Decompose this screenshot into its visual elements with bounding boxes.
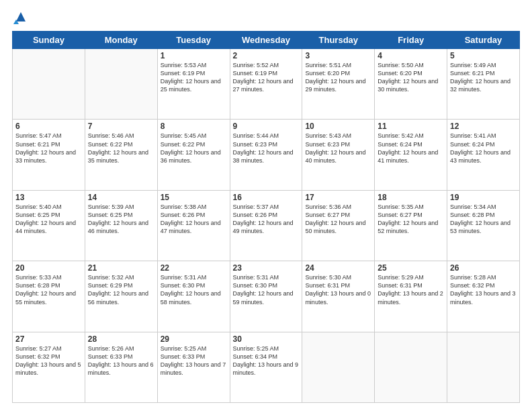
logo-icon [13, 9, 28, 24]
day-number: 2 [233, 51, 300, 60]
day-number: 5 [450, 51, 517, 60]
calendar-cell: 16Sunrise: 5:37 AM Sunset: 6:26 PM Dayli… [230, 190, 302, 261]
calendar-week-row: 6Sunrise: 5:47 AM Sunset: 6:21 PM Daylig… [13, 120, 520, 190]
day-number: 19 [450, 193, 517, 202]
day-number: 11 [378, 122, 444, 131]
calendar-cell: 7Sunrise: 5:46 AM Sunset: 6:22 PM Daylig… [85, 120, 157, 190]
day-of-week-header: Tuesday [157, 32, 230, 49]
day-of-week-header: Saturday [447, 32, 520, 49]
calendar-cell: 11Sunrise: 5:42 AM Sunset: 6:24 PM Dayli… [375, 120, 447, 190]
calendar-cell: 29Sunrise: 5:25 AM Sunset: 6:33 PM Dayli… [157, 332, 230, 402]
calendar-cell: 18Sunrise: 5:35 AM Sunset: 6:27 PM Dayli… [375, 190, 447, 261]
header [12, 12, 520, 24]
day-number: 27 [15, 334, 82, 344]
day-number: 23 [233, 263, 300, 273]
day-info: Sunrise: 5:42 AM Sunset: 6:24 PM Dayligh… [378, 132, 444, 165]
day-info: Sunrise: 5:25 AM Sunset: 6:34 PM Dayligh… [233, 345, 300, 377]
day-info: Sunrise: 5:46 AM Sunset: 6:22 PM Dayligh… [88, 132, 154, 165]
day-info: Sunrise: 5:31 AM Sunset: 6:30 PM Dayligh… [161, 273, 227, 306]
day-number: 13 [15, 193, 82, 202]
day-number: 24 [305, 263, 371, 273]
calendar-cell: 9Sunrise: 5:44 AM Sunset: 6:23 PM Daylig… [230, 120, 302, 190]
day-number: 20 [15, 263, 82, 273]
day-number: 28 [88, 334, 154, 344]
day-info: Sunrise: 5:52 AM Sunset: 6:19 PM Dayligh… [233, 61, 300, 94]
day-number: 17 [305, 193, 371, 202]
calendar-cell: 1Sunrise: 5:53 AM Sunset: 6:19 PM Daylig… [157, 49, 230, 120]
day-info: Sunrise: 5:28 AM Sunset: 6:32 PM Dayligh… [450, 273, 517, 306]
day-info: Sunrise: 5:32 AM Sunset: 6:29 PM Dayligh… [88, 273, 154, 306]
day-of-week-header: Sunday [13, 32, 85, 49]
calendar-cell: 3Sunrise: 5:51 AM Sunset: 6:20 PM Daylig… [302, 49, 375, 120]
calendar-cell: 17Sunrise: 5:36 AM Sunset: 6:27 PM Dayli… [302, 190, 375, 261]
calendar-week-row: 1Sunrise: 5:53 AM Sunset: 6:19 PM Daylig… [13, 49, 520, 120]
day-info: Sunrise: 5:29 AM Sunset: 6:31 PM Dayligh… [378, 273, 444, 306]
calendar-cell: 28Sunrise: 5:26 AM Sunset: 6:33 PM Dayli… [85, 332, 157, 402]
day-of-week-header: Monday [85, 32, 157, 49]
calendar-cell: 12Sunrise: 5:41 AM Sunset: 6:24 PM Dayli… [447, 120, 520, 190]
day-of-week-header: Friday [375, 32, 447, 49]
day-number: 12 [450, 122, 517, 131]
day-number: 8 [161, 122, 227, 131]
day-number: 3 [305, 51, 371, 60]
calendar-cell: 13Sunrise: 5:40 AM Sunset: 6:25 PM Dayli… [13, 190, 85, 261]
day-info: Sunrise: 5:35 AM Sunset: 6:27 PM Dayligh… [378, 203, 444, 236]
calendar-cell: 27Sunrise: 5:27 AM Sunset: 6:32 PM Dayli… [13, 332, 85, 402]
calendar-cell [13, 49, 85, 120]
calendar-cell: 2Sunrise: 5:52 AM Sunset: 6:19 PM Daylig… [230, 49, 302, 120]
calendar-cell: 4Sunrise: 5:50 AM Sunset: 6:20 PM Daylig… [375, 49, 447, 120]
calendar: SundayMondayTuesdayWednesdayThursdayFrid… [12, 31, 520, 403]
calendar-cell: 19Sunrise: 5:34 AM Sunset: 6:28 PM Dayli… [447, 190, 520, 261]
day-info: Sunrise: 5:37 AM Sunset: 6:26 PM Dayligh… [233, 203, 300, 236]
day-number: 14 [88, 193, 154, 202]
calendar-week-row: 27Sunrise: 5:27 AM Sunset: 6:32 PM Dayli… [13, 332, 520, 402]
day-number: 16 [233, 193, 300, 202]
day-number: 7 [88, 122, 154, 131]
calendar-cell [375, 332, 447, 402]
calendar-cell: 26Sunrise: 5:28 AM Sunset: 6:32 PM Dayli… [447, 261, 520, 332]
day-number: 21 [88, 263, 154, 273]
day-info: Sunrise: 5:38 AM Sunset: 6:26 PM Dayligh… [161, 203, 227, 236]
calendar-cell: 15Sunrise: 5:38 AM Sunset: 6:26 PM Dayli… [157, 190, 230, 261]
day-info: Sunrise: 5:41 AM Sunset: 6:24 PM Dayligh… [450, 132, 517, 165]
calendar-cell: 5Sunrise: 5:49 AM Sunset: 6:21 PM Daylig… [447, 49, 520, 120]
day-info: Sunrise: 5:40 AM Sunset: 6:25 PM Dayligh… [15, 203, 82, 236]
day-info: Sunrise: 5:27 AM Sunset: 6:32 PM Dayligh… [15, 345, 82, 377]
calendar-header-row: SundayMondayTuesdayWednesdayThursdayFrid… [13, 32, 520, 49]
calendar-cell: 10Sunrise: 5:43 AM Sunset: 6:23 PM Dayli… [302, 120, 375, 190]
calendar-cell: 6Sunrise: 5:47 AM Sunset: 6:21 PM Daylig… [13, 120, 85, 190]
calendar-cell [447, 332, 520, 402]
day-number: 22 [161, 263, 227, 273]
calendar-cell [85, 49, 157, 120]
calendar-cell: 8Sunrise: 5:45 AM Sunset: 6:22 PM Daylig… [157, 120, 230, 190]
day-info: Sunrise: 5:53 AM Sunset: 6:19 PM Dayligh… [161, 61, 227, 94]
day-number: 26 [450, 263, 517, 273]
day-info: Sunrise: 5:25 AM Sunset: 6:33 PM Dayligh… [161, 345, 227, 377]
day-number: 6 [15, 122, 82, 131]
calendar-cell: 30Sunrise: 5:25 AM Sunset: 6:34 PM Dayli… [230, 332, 302, 402]
day-number: 9 [233, 122, 300, 131]
day-number: 18 [378, 193, 444, 202]
calendar-cell: 24Sunrise: 5:30 AM Sunset: 6:31 PM Dayli… [302, 261, 375, 332]
calendar-week-row: 13Sunrise: 5:40 AM Sunset: 6:25 PM Dayli… [13, 190, 520, 261]
calendar-cell: 25Sunrise: 5:29 AM Sunset: 6:31 PM Dayli… [375, 261, 447, 332]
day-of-week-header: Wednesday [230, 32, 302, 49]
day-info: Sunrise: 5:31 AM Sunset: 6:30 PM Dayligh… [233, 273, 300, 306]
calendar-cell: 20Sunrise: 5:33 AM Sunset: 6:28 PM Dayli… [13, 261, 85, 332]
day-info: Sunrise: 5:43 AM Sunset: 6:23 PM Dayligh… [305, 132, 371, 165]
day-info: Sunrise: 5:47 AM Sunset: 6:21 PM Dayligh… [15, 132, 82, 165]
day-info: Sunrise: 5:50 AM Sunset: 6:20 PM Dayligh… [378, 61, 444, 94]
calendar-week-row: 20Sunrise: 5:33 AM Sunset: 6:28 PM Dayli… [13, 261, 520, 332]
day-info: Sunrise: 5:45 AM Sunset: 6:22 PM Dayligh… [161, 132, 227, 165]
svg-marker-0 [16, 12, 26, 21]
page: SundayMondayTuesdayWednesdayThursdayFrid… [0, 0, 532, 411]
day-info: Sunrise: 5:33 AM Sunset: 6:28 PM Dayligh… [15, 273, 82, 306]
day-number: 4 [378, 51, 444, 60]
day-info: Sunrise: 5:36 AM Sunset: 6:27 PM Dayligh… [305, 203, 371, 236]
day-of-week-header: Thursday [302, 32, 375, 49]
calendar-cell: 23Sunrise: 5:31 AM Sunset: 6:30 PM Dayli… [230, 261, 302, 332]
day-info: Sunrise: 5:44 AM Sunset: 6:23 PM Dayligh… [233, 132, 300, 165]
day-number: 10 [305, 122, 371, 131]
day-info: Sunrise: 5:51 AM Sunset: 6:20 PM Dayligh… [305, 61, 371, 94]
day-info: Sunrise: 5:49 AM Sunset: 6:21 PM Dayligh… [450, 61, 517, 94]
